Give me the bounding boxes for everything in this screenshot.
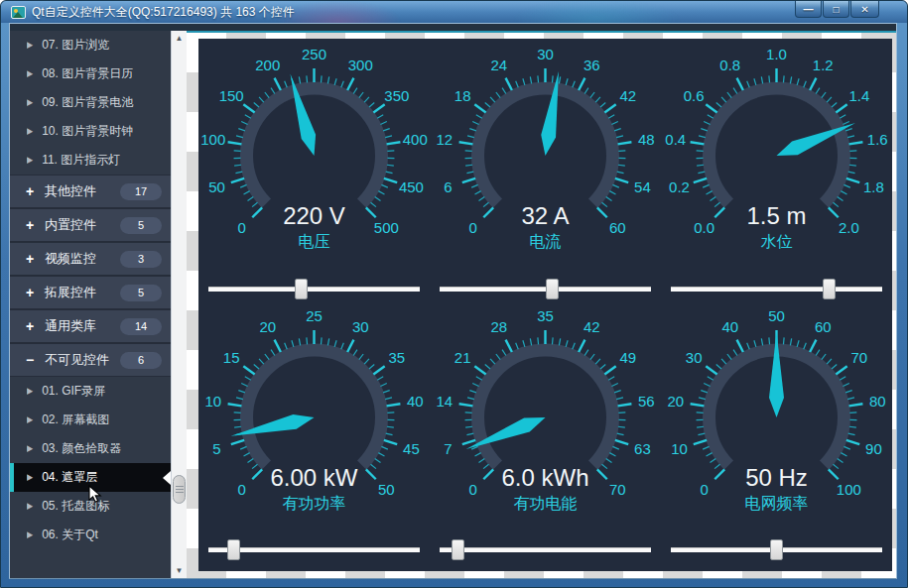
gauge-grid-frequency-slider[interactable] <box>661 539 892 561</box>
scroll-up-icon[interactable]: ▲ <box>172 31 187 46</box>
slider-handle[interactable] <box>295 279 308 299</box>
gauge-tick-label: 60 <box>815 317 832 334</box>
gauge-current-slider[interactable] <box>430 279 661 300</box>
count-badge: 3 <box>120 251 162 268</box>
slider-track[interactable] <box>208 287 420 292</box>
sidebar-item-6[interactable]: +其他控件17 <box>10 175 171 208</box>
gauge-tick-label: 400 <box>403 131 428 148</box>
expand-plus-icon: + <box>23 183 37 199</box>
gauge-tick-label: 1.6 <box>867 131 888 148</box>
count-badge: 5 <box>120 217 162 234</box>
scrollbar-thumb[interactable] <box>173 475 186 504</box>
gauge-value: 1.5 m <box>746 202 806 229</box>
gauge-tick-label: 30 <box>686 348 703 365</box>
sidebar-item-2[interactable]: ▶08. 图片背景日历 <box>10 59 171 88</box>
slider-row <box>198 279 892 300</box>
gauge-grid-frequency: 010203040506070809010050 Hz电网频率 <box>661 300 892 538</box>
gauge-tick-label: 30 <box>352 317 369 334</box>
sidebar-item-5[interactable]: ▶11. 图片指示灯 <box>10 146 171 175</box>
sidebar-item-label: 01. GIF录屏 <box>42 383 105 400</box>
sidebar-scrollbar[interactable]: ▲ ▼ <box>171 31 187 578</box>
count-badge: 5 <box>120 285 162 301</box>
sidebar-item-4[interactable]: ▶10. 图片背景时钟 <box>10 117 171 146</box>
slider-handle[interactable] <box>227 539 240 560</box>
gauge-tick-label: 1.2 <box>813 57 834 73</box>
scroll-down-icon[interactable]: ▼ <box>172 563 187 578</box>
sidebar-item-10[interactable]: +通用类库14 <box>10 309 171 343</box>
sidebar-item-9[interactable]: +拓展控件5 <box>10 276 171 309</box>
gauge-tick-label: 40 <box>407 393 424 410</box>
chevron-right-icon: ▶ <box>27 98 33 108</box>
gauge-title: 电流 <box>530 233 562 250</box>
gauges-panel: 050100150200250300350400450500220 V电压061… <box>198 39 892 571</box>
gauge-active-energy-cell: 071421283542495663706.0 kWh有功电能 <box>430 300 661 540</box>
gauge-tick-label: 15 <box>223 348 240 365</box>
sidebar-item-14[interactable]: ▶03. 颜色拾取器 <box>10 434 171 463</box>
collapse-minus-icon: − <box>23 352 37 368</box>
chevron-right-icon: ▶ <box>27 387 33 397</box>
sidebar-item-11[interactable]: −不可见控件6 <box>10 343 171 377</box>
sidebar-item-label: 10. 图片背景时钟 <box>42 123 133 140</box>
slider-handle[interactable] <box>770 539 783 560</box>
sidebar-item-17[interactable]: ▶06. 关于Qt <box>10 521 171 549</box>
app-picture-icon <box>11 6 26 19</box>
gauge-tick-label: 48 <box>638 131 655 148</box>
gauge-tick-label: 500 <box>374 219 399 236</box>
gauge-tick-label: 60 <box>609 219 626 236</box>
slider-handle[interactable] <box>452 539 464 560</box>
gauge-active-power-slider[interactable] <box>198 539 430 561</box>
main-area: 050100150200250300350400450500220 V电压061… <box>187 31 896 578</box>
sidebar-item-label: 03. 颜色拾取器 <box>42 440 121 457</box>
maximize-button[interactable]: □ <box>823 1 849 18</box>
chevron-right-icon: ▶ <box>27 473 33 483</box>
sidebar-item-label: 11. 图片指示灯 <box>42 152 120 169</box>
sidebar-item-7[interactable]: +内置控件5 <box>10 208 171 242</box>
sidebar-item-1[interactable]: ▶07. 图片浏览 <box>10 31 171 59</box>
gauge-tick-label: 0.6 <box>684 87 705 104</box>
minimize-button[interactable]: — <box>795 1 822 18</box>
gauge-title: 有功电能 <box>514 494 578 511</box>
gauge-tick-label: 10 <box>204 393 221 410</box>
gauge-active-energy-slider[interactable] <box>430 539 661 561</box>
gauge-tick-label: 21 <box>454 348 471 365</box>
count-badge: 14 <box>120 318 162 335</box>
slider-row <box>198 539 892 561</box>
gauge-tick-label: 7 <box>444 440 452 457</box>
titlebar[interactable]: Qt自定义控件大全(QQ:517216493) 共 163 个控件 — □ ✕ <box>1 1 907 23</box>
gauge-title: 有功功率 <box>283 494 346 511</box>
gauge-tick-label: 42 <box>584 317 600 334</box>
gauge-tick-label: 56 <box>638 393 655 410</box>
slider-track[interactable] <box>440 547 651 552</box>
slider-handle[interactable] <box>546 279 559 299</box>
slider-track[interactable] <box>671 287 882 292</box>
gauge-tick-label: 6 <box>444 178 452 195</box>
expand-plus-icon: + <box>23 285 37 300</box>
count-badge: 17 <box>120 183 162 200</box>
chevron-right-icon: ▶ <box>27 69 33 79</box>
sidebar-item-3[interactable]: ▶09. 图片背景电池 <box>10 88 171 117</box>
gauge-water-level-slider[interactable] <box>661 279 892 300</box>
sidebar-item-label: 08. 图片背景日历 <box>42 65 133 82</box>
slider-handle[interactable] <box>823 279 836 299</box>
gauge-title: 电压 <box>299 233 330 250</box>
gauge-value: 50 Hz <box>745 463 808 490</box>
gauge-tick-label: 42 <box>619 87 636 104</box>
gauge-tick-label: 49 <box>619 348 636 365</box>
sidebar-item-12[interactable]: ▶01. GIF录屏 <box>10 377 171 406</box>
sidebar-item-8[interactable]: +视频监控3 <box>10 242 171 276</box>
sidebar-item-label: 拓展控件 <box>45 284 96 301</box>
chevron-right-icon: ▶ <box>27 127 33 137</box>
close-button[interactable]: ✕ <box>850 1 879 18</box>
gauge-tick-label: 0 <box>237 219 245 236</box>
gauge-tick-label: 50 <box>208 178 225 195</box>
sidebar-item-label: 其他控件 <box>45 182 96 200</box>
window-controls: — □ ✕ <box>794 1 879 18</box>
gauge-voltage-slider[interactable] <box>198 279 430 300</box>
gauge-water-level: 0.00.20.40.60.81.01.21.41.61.82.01.5 m水位 <box>661 39 892 277</box>
gauge-tick-label: 1.8 <box>863 178 884 195</box>
gauge-tick-label: 35 <box>537 306 554 323</box>
gauge-tick-label: 350 <box>384 87 409 104</box>
gauge-tick-label: 0.0 <box>694 219 714 236</box>
sidebar-item-13[interactable]: ▶02. 屏幕截图 <box>10 406 171 434</box>
gauge-current-cell: 0612182430364248546032 A电流 <box>430 39 661 279</box>
